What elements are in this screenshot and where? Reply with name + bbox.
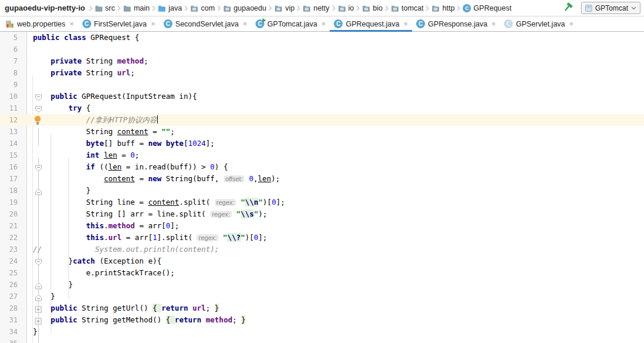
run-config-icon	[585, 5, 592, 12]
code-text: int len = 0;	[33, 149, 140, 161]
code-line[interactable]: 34}	[0, 326, 644, 338]
breadcrumb-item-http[interactable]: http	[431, 4, 454, 12]
code-text: this.url = arr[1].split( regex: "\\?")[0…	[33, 232, 267, 244]
close-icon[interactable]: ×	[569, 20, 574, 28]
code-text: public String getMethod() { return metho…	[33, 314, 245, 326]
code-editor[interactable]: 5public class GPRequest {67 private Stri…	[0, 32, 644, 343]
code-text: //拿到HTTP协议内容	[33, 114, 158, 126]
code-line[interactable]: 13 String content = "";	[0, 126, 644, 138]
package-icon	[431, 5, 440, 12]
breadcrumb-item-label: GPRequest	[473, 4, 512, 12]
code-line[interactable]: 19 String line = content.split( regex: "…	[0, 197, 644, 208]
tab-label: web.properties	[17, 20, 65, 28]
folder-icon	[123, 5, 131, 12]
close-icon[interactable]: ×	[243, 20, 248, 28]
code-line[interactable]: 26 }	[0, 279, 644, 291]
breadcrumb-separator-icon	[457, 5, 460, 11]
code-line[interactable]: 20 String [] arr = line.split( regex: "\…	[0, 208, 644, 220]
line-number: 14	[0, 138, 18, 149]
code-line[interactable]: 25 e.printStackTrace();	[0, 267, 644, 279]
breadcrumb-separator-icon	[332, 5, 336, 11]
code-line[interactable]: 17 content = new String(buff, offset: 0,…	[0, 173, 644, 185]
code-text: String content = "";	[33, 126, 175, 138]
code-line[interactable]: 14 byte[] buff = new byte[1024];	[0, 138, 644, 149]
code-line[interactable]: 21 this.method = arr[0];	[0, 220, 644, 232]
line-number: 9	[0, 79, 18, 91]
code-line[interactable]: 9	[0, 79, 644, 91]
line-number: 15	[0, 149, 18, 161]
code-line[interactable]: 22 this.url = arr[1].split( regex: "\\?"…	[0, 232, 644, 244]
line-number: 6	[0, 44, 18, 55]
code-line[interactable]: 18 }	[0, 185, 644, 197]
code-line[interactable]: 31 public String getMethod() { return me…	[0, 314, 644, 326]
line-number: 11	[0, 102, 18, 114]
code-text: if ((len = in.read(buff)) > 0) {	[33, 161, 228, 173]
breadcrumb-item-src[interactable]: src	[95, 4, 115, 12]
code-line[interactable]: 5public class GPRequest {	[0, 32, 644, 44]
code-text: e.printStackTrace();	[33, 267, 175, 279]
code-line[interactable]: 7 private String method;	[0, 55, 644, 67]
line-number: 13	[0, 126, 18, 138]
code-line[interactable]: 28 public String getUrl() { return url; …	[0, 302, 644, 314]
tab-GPServlet.java[interactable]: CGPServlet.java×	[500, 16, 577, 31]
code-line[interactable]: 12 //拿到HTTP协议内容	[0, 114, 644, 126]
code-text: public GPRequest(InputStream in){	[33, 91, 197, 102]
close-icon[interactable]: ×	[69, 20, 74, 28]
run-config-label: GPTomcat	[595, 4, 628, 12]
code-text: public String getUrl() { return url; }	[33, 302, 219, 314]
close-icon[interactable]: ×	[321, 20, 326, 28]
line-number: 27	[0, 291, 18, 302]
build-hammer-icon[interactable]	[562, 2, 574, 15]
close-icon[interactable]: ×	[151, 20, 155, 28]
breadcrumb-item-label: io	[348, 4, 354, 12]
tab-FirstServlet.java[interactable]: CFirstServlet.java×	[78, 16, 160, 31]
code-line[interactable]: 16 if ((len = in.read(buff)) > 0) {	[0, 161, 644, 173]
code-line[interactable]: 8 private String url;	[0, 67, 644, 79]
code-line[interactable]: 15 int len = 0;	[0, 149, 644, 161]
breadcrumb-item-netty[interactable]: netty	[303, 4, 329, 12]
breadcrumb: srcmainjavacomgupaoeduvipnettyiobiotomca…	[87, 4, 512, 12]
code-line[interactable]: 35	[0, 338, 644, 343]
tab-GPResponse.java[interactable]: CGPResponse.java×	[412, 16, 500, 31]
breadcrumb-item-gupaoedu[interactable]: gupaoedu	[223, 4, 267, 12]
line-number: 12	[0, 114, 18, 126]
class-icon: C	[416, 19, 425, 28]
breadcrumb-item-io[interactable]: io	[338, 4, 354, 12]
breadcrumb-item-main[interactable]: main	[123, 4, 150, 12]
package-icon	[391, 5, 399, 12]
breadcrumb-item-vip[interactable]: vip	[274, 4, 294, 12]
breadcrumb-item-java[interactable]: java	[158, 4, 182, 12]
line-number: 20	[0, 208, 18, 220]
code-line[interactable]: 27 }	[0, 291, 644, 302]
code-text: private String method;	[33, 55, 148, 67]
breadcrumb-item-tomcat[interactable]: tomcat	[391, 4, 424, 12]
breadcrumb-item-com[interactable]: com	[190, 4, 215, 12]
class-icon: C	[334, 19, 343, 28]
code-line[interactable]: 23// System.out.println(content);	[0, 244, 644, 255]
tab-GPTomcat.java[interactable]: CGPTomcat.java×	[251, 16, 330, 31]
breadcrumb-item-GPRequest[interactable]: CGPRequest	[463, 4, 512, 12]
code-line[interactable]: 11 try {	[0, 102, 644, 114]
tab-SecondServlet.java[interactable]: CSecondServlet.java×	[160, 16, 251, 31]
breadcrumb-item-bio[interactable]: bio	[362, 4, 383, 12]
close-icon[interactable]: ×	[403, 20, 408, 28]
breadcrumb-project[interactable]: gupaoedu-vip-netty-io	[5, 4, 85, 12]
line-number: 31	[0, 314, 18, 326]
breadcrumb-item-label: netty	[313, 4, 329, 12]
breadcrumb-bar: gupaoedu-vip-netty-io srcmainjavacomgupa…	[0, 0, 644, 16]
tab-label: GPServlet.java	[516, 20, 565, 28]
code-text: private String url;	[33, 67, 135, 79]
folder-java-icon	[158, 5, 166, 12]
run-configuration-select[interactable]: GPTomcat	[581, 2, 640, 14]
tab-GPRequest.java[interactable]: CGPRequest.java×	[330, 16, 412, 31]
code-line[interactable]: 6	[0, 44, 644, 55]
code-line[interactable]: 24 }catch (Exception e){	[0, 255, 644, 267]
tab-label: SecondServlet.java	[175, 20, 239, 28]
close-icon[interactable]: ×	[492, 20, 496, 28]
line-number: 10	[0, 91, 18, 102]
breadcrumb-separator-icon	[297, 5, 300, 11]
line-number: 7	[0, 55, 18, 67]
code-line[interactable]: 10 public GPRequest(InputStream in){	[0, 91, 644, 102]
code-text: String line = content.split( regex: "\\n…	[33, 197, 285, 208]
tab-web.properties[interactable]: web.properties×	[1, 16, 78, 31]
